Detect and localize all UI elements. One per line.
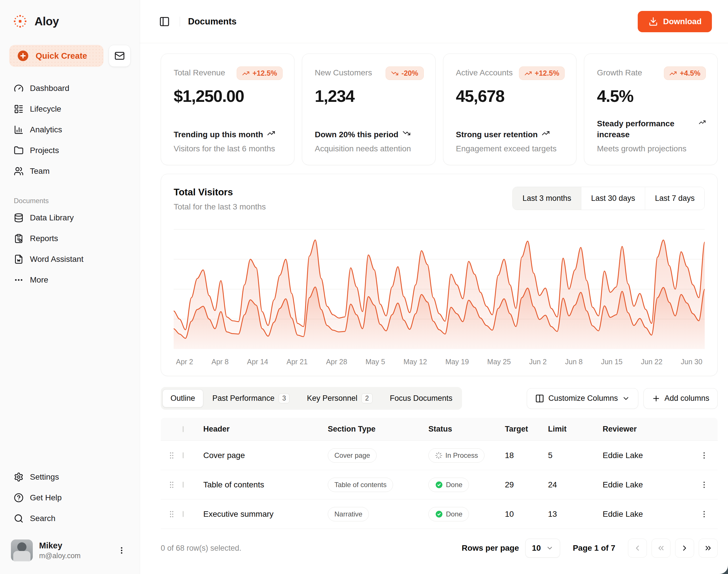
loader-icon [435,452,443,459]
plus-icon [652,394,661,403]
chevron-right-icon [680,544,689,552]
pagination [628,539,718,558]
panel-left-icon [159,16,170,27]
sidebar-item-lifecycle[interactable]: Lifecycle [9,100,131,118]
sidebar: Aloy Quick Create DashboardLifecycleAnal… [0,0,140,574]
add-columns-label: Add columns [665,394,709,403]
ellipsis-vertical-icon [117,546,126,555]
brand-name: Aloy [35,15,59,28]
trending-up-icon [699,118,706,126]
column-header-reviewer[interactable]: Reviewer [603,425,697,434]
tab-key-personnel[interactable]: Key Personnel2 [299,389,380,408]
x-tick-label: Apr 28 [326,358,347,366]
card-value: 45,678 [456,86,565,106]
user-menu[interactable]: Mikey m@aloy.com [9,537,131,564]
x-tick-label: May 19 [445,358,469,366]
chart-subtitle: Total for the last 3 months [174,202,266,211]
drag-handle[interactable] [161,451,183,460]
check-circle-icon [435,481,443,489]
row-checkbox[interactable] [183,482,184,488]
sidebar-section-label: Documents [14,197,131,205]
cell-target[interactable]: 29 [505,480,548,489]
x-tick-label: Apr 21 [286,358,308,366]
cell-header[interactable]: Table of contents [203,480,328,489]
sidebar-item-dashboard[interactable]: Dashboard [9,79,131,97]
stat-card-growth-rate: Growth Rate +4.5% 4.5% Steady performanc… [584,53,718,165]
cell-header[interactable]: Cover page [203,451,328,460]
sidebar-item-word-assistant[interactable]: Word Assistant [9,250,131,268]
row-checkbox[interactable] [183,452,184,458]
status-badge: Done [428,478,469,492]
tab-focus-documents[interactable]: Focus Documents [382,389,461,407]
gear-icon [14,472,24,482]
sidebar-main-nav: DashboardLifecycleAnalyticsProjectsTeam [9,79,131,180]
table-row-executive-summary: Executive summary Narrative Done 10 13 E… [161,499,718,529]
card-label: Total Revenue [174,67,225,77]
first-page-button[interactable] [651,539,671,558]
cell-reviewer[interactable]: Eddie Lake [603,480,697,489]
column-header-header[interactable]: Header [203,425,328,434]
sidebar-item-more[interactable]: More [9,271,131,289]
sidebar-item-get-help[interactable]: Get Help [9,489,131,507]
tab-outline[interactable]: Outline [163,389,203,407]
table-header-row: HeaderSection TypeStatusTargetLimitRevie… [161,418,718,441]
inbox-button[interactable] [109,45,131,67]
sidebar-item-settings[interactable]: Settings [9,468,131,486]
range-last-30-days[interactable]: Last 30 days [581,187,645,210]
row-menu-button[interactable] [697,478,718,491]
drag-handle[interactable] [161,481,183,489]
row-checkbox[interactable] [183,511,184,517]
sidebar-item-team[interactable]: Team [9,162,131,180]
rows-per-page-select[interactable]: 10 [525,539,560,558]
sidebar-item-analytics[interactable]: Analytics [9,121,131,139]
last-page-button[interactable] [699,539,718,558]
sidebar-item-reports[interactable]: Reports [9,230,131,247]
column-header-limit[interactable]: Limit [548,425,603,434]
rows-per-page-value: 10 [532,543,541,553]
tab-past-performance[interactable]: Past Performance3 [204,389,298,408]
range-last-3-months[interactable]: Last 3 months [513,187,581,210]
previous-page-button[interactable] [628,539,647,558]
page-title: Documents [188,16,237,27]
cell-header[interactable]: Executive summary [203,509,328,519]
x-tick-label: Apr 2 [176,358,193,366]
cell-limit[interactable]: 5 [548,451,603,460]
add-columns-button[interactable]: Add columns [643,388,718,409]
grip-vertical-icon [167,451,176,460]
status-badge: Done [428,507,469,521]
cell-reviewer[interactable]: Eddie Lake [603,451,697,460]
cell-target[interactable]: 18 [505,451,548,460]
sidebar-item-projects[interactable]: Projects [9,141,131,159]
select-all-checkbox[interactable] [183,426,184,432]
customize-columns-button[interactable]: Customize Columns [527,388,638,409]
brand[interactable]: Aloy [9,11,131,29]
column-header-status[interactable]: Status [428,425,505,434]
x-tick-label: Jun 8 [565,358,583,366]
user-menu-button[interactable] [115,543,129,558]
sidebar-item-search[interactable]: Search [9,509,131,527]
row-menu-button[interactable] [697,449,718,462]
range-last-7-days[interactable]: Last 7 days [645,187,704,210]
column-header-section-type[interactable]: Section Type [328,425,428,434]
stat-cards: Total Revenue +12.5% $1,250.00 Trending … [161,53,718,165]
download-button[interactable]: Download [638,11,712,32]
cell-reviewer[interactable]: Eddie Lake [603,509,697,519]
aloy-dotted-circle-icon [12,13,28,29]
x-tick-label: May 12 [403,358,427,366]
cell-target[interactable]: 10 [505,509,548,519]
sidebar-toggle-button[interactable] [157,14,172,29]
row-menu-button[interactable] [697,507,718,521]
column-header-target[interactable]: Target [505,425,548,434]
sidebar-item-data-library[interactable]: Data Library [9,209,131,227]
card-label: Growth Rate [597,67,642,77]
ellipsis-icon [14,275,24,285]
card-value: 1,234 [315,86,424,106]
next-page-button[interactable] [675,539,694,558]
cell-limit[interactable]: 13 [548,509,603,519]
plus-circle-icon [17,49,29,62]
x-tick-label: May 25 [487,358,511,366]
cell-limit[interactable]: 24 [548,480,603,489]
quick-create-button[interactable]: Quick Create [9,45,103,67]
drag-handle[interactable] [161,510,183,519]
database-icon [14,213,24,223]
